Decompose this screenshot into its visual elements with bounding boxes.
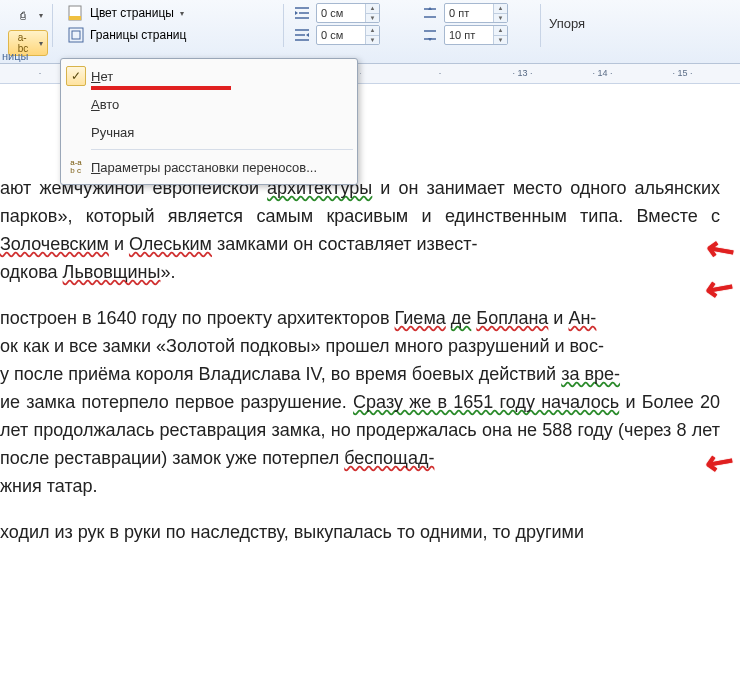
text-run: ходил из рук в руки по наследству, выкуп… [0, 522, 584, 542]
menu-item-none[interactable]: Нет [61, 62, 357, 90]
ribbon-group-label-cut: ницы [0, 50, 28, 62]
indent-right-input[interactable]: 0 см ▲▼ [316, 25, 380, 45]
menu-separator [91, 149, 353, 150]
watermark-split-icon: ⎙ [13, 5, 33, 25]
spell-flag: Боплана [476, 308, 548, 328]
paragraph[interactable]: построен в 1640 году по проекту архитект… [0, 304, 720, 500]
text-run: и [548, 308, 568, 328]
indent-left-input[interactable]: 0 см ▲▼ [316, 3, 380, 23]
text-run: одкова [0, 262, 63, 282]
menu-item-label: Параметры расстановки переносов... [91, 160, 317, 175]
menu-item-hyphenation-options[interactable]: a-ab c Параметры расстановки переносов..… [61, 153, 357, 181]
space-before-icon [420, 3, 440, 23]
spin-down-icon[interactable]: ▼ [366, 36, 379, 45]
spin-up-icon[interactable]: ▲ [366, 4, 379, 14]
spell-flag: Львовщины [63, 262, 161, 282]
grammar-flag: за вре- [561, 364, 620, 384]
svg-rect-1 [69, 16, 81, 20]
text-run: ие замка потерпело первое разрушение. [0, 392, 353, 412]
spell-flag: Олеським [129, 234, 212, 254]
space-after-input[interactable]: 10 пт ▲▼ [444, 25, 508, 45]
text-run: замками он составляет извест- [212, 234, 478, 254]
grammar-flag: де [451, 308, 472, 328]
text-run: построен в 1640 году по проекту архитект… [0, 308, 395, 328]
page-borders-label: Границы страниц [90, 28, 186, 42]
text-run: ок как и все замки «Золотой подковы» про… [0, 336, 604, 356]
spin-down-icon[interactable]: ▼ [366, 14, 379, 23]
space-before-input[interactable]: 0 пт ▲▼ [444, 3, 508, 23]
menu-item-auto[interactable]: Авто [61, 90, 357, 118]
space-before-value: 0 пт [445, 7, 493, 19]
arrange-label-cut: Упоря [549, 2, 732, 31]
grammar-flag: Сразу же в 1651 году началось [353, 392, 619, 412]
document-text[interactable]: ают жемчужиной европейской архитектуры и… [0, 174, 720, 546]
page-borders-button[interactable]: Границы страниц [61, 22, 191, 48]
indent-right-value: 0 см [317, 29, 365, 41]
spinner-buttons[interactable]: ▲▼ [493, 4, 507, 22]
spin-up-icon[interactable]: ▲ [366, 26, 379, 36]
page-color-label: Цвет страницы [90, 6, 174, 20]
check-icon [61, 66, 91, 86]
spinner-buttons[interactable]: ▲▼ [365, 26, 379, 44]
space-after-value: 10 пт [445, 29, 493, 41]
spinner-buttons[interactable]: ▲▼ [493, 26, 507, 44]
spin-down-icon[interactable]: ▼ [494, 14, 507, 23]
text-run: жния татар. [0, 476, 98, 496]
menu-item-label: Ручная [91, 125, 134, 140]
spin-up-icon[interactable]: ▲ [494, 26, 507, 36]
spell-flag: Золочевским [0, 234, 109, 254]
chevron-down-icon: ▾ [39, 11, 43, 20]
ribbon: ⎙ ▾ a-bc ▾ ницы Цвет страницы ▾ [0, 0, 740, 64]
spin-up-icon[interactable]: ▲ [494, 4, 507, 14]
spell-flag: Ан- [568, 308, 596, 328]
chevron-down-icon: ▾ [39, 39, 43, 48]
indent-left-value: 0 см [317, 7, 365, 19]
spin-down-icon[interactable]: ▼ [494, 36, 507, 45]
indent-left-icon [292, 3, 312, 23]
svg-rect-3 [72, 31, 80, 39]
ribbon-small-btn-a[interactable]: ⎙ ▾ [8, 2, 48, 28]
space-after-icon [420, 25, 440, 45]
svg-rect-2 [69, 28, 83, 42]
spinner-buttons[interactable]: ▲▼ [365, 4, 379, 22]
menu-item-label: Нет [91, 69, 113, 84]
menu-item-manual[interactable]: Ручная [61, 118, 357, 146]
paragraph[interactable]: ают жемчужиной европейской архитектуры и… [0, 174, 720, 286]
text-run: ». [160, 262, 175, 282]
hyphenation-menu: Нет Авто Ручная a-ab c Параметры расстан… [60, 58, 358, 185]
menu-item-label: Авто [91, 97, 119, 112]
spell-flag: беспощад- [344, 448, 434, 468]
page-borders-icon [66, 25, 86, 45]
text-run: и [109, 234, 129, 254]
chevron-down-icon: ▾ [180, 9, 184, 18]
text-run: у после приёма короля Владислава IV, во … [0, 364, 561, 384]
indent-right-icon [292, 25, 312, 45]
page-color-icon [66, 3, 86, 23]
paragraph[interactable]: ходил из рук в руки по наследству, выкуп… [0, 518, 720, 546]
hyphenation-options-icon: a-ab c [61, 159, 91, 175]
spell-flag: Гиема [395, 308, 446, 328]
